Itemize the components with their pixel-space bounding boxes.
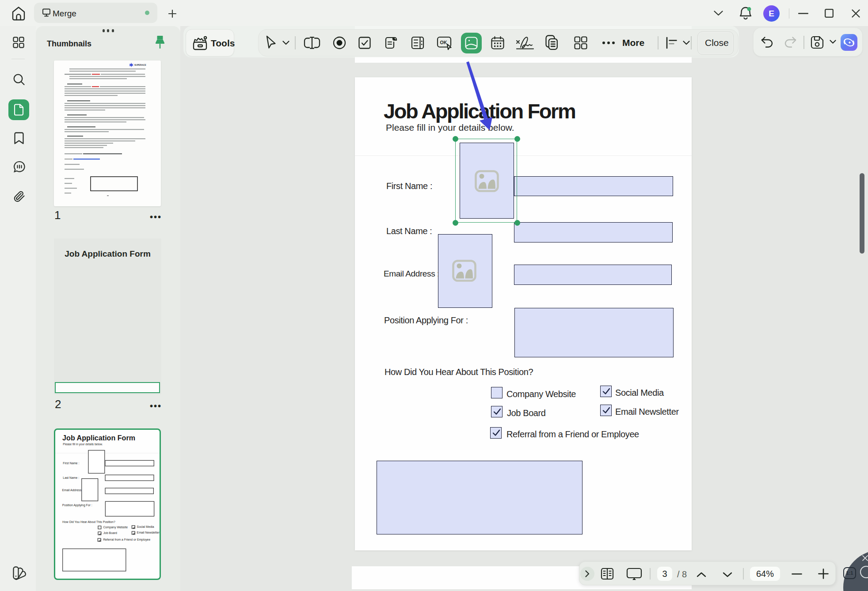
svg-text:OK: OK (440, 40, 447, 45)
svg-text:SUPERACE: SUPERACE (134, 64, 146, 66)
